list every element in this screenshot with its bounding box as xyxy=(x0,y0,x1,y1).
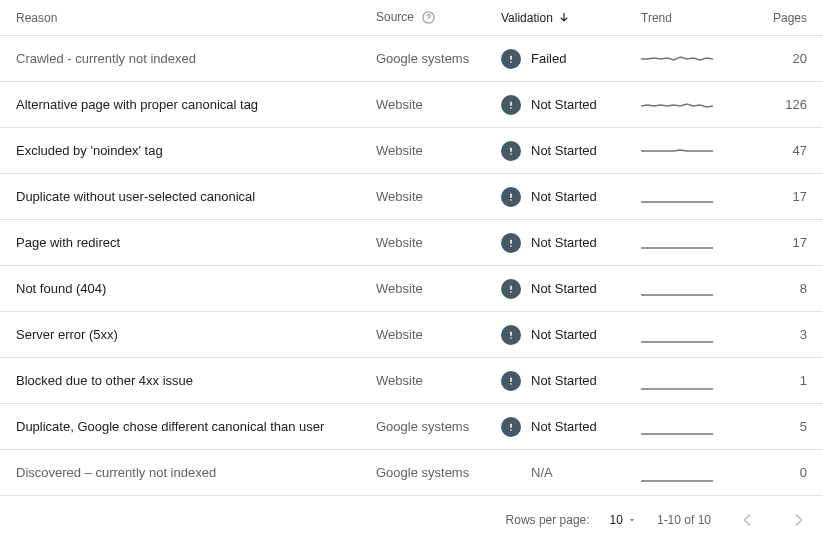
table-row[interactable]: Alternative page with proper canonical t… xyxy=(0,82,823,128)
table-header-row: Reason Source Validation Trend xyxy=(0,0,823,36)
column-header-pages-label: Pages xyxy=(773,11,807,25)
svg-point-11 xyxy=(510,245,512,247)
validation-status: Not Started xyxy=(531,373,597,388)
svg-rect-14 xyxy=(510,331,512,336)
cell-source: Google systems xyxy=(376,419,501,434)
validation-status: Not Started xyxy=(531,97,597,112)
cell-validation: Not Started xyxy=(501,95,641,115)
table-row[interactable]: Duplicate without user-selected canonica… xyxy=(0,174,823,220)
column-header-trend: Trend xyxy=(641,11,751,25)
sparkline xyxy=(641,463,713,483)
svg-rect-4 xyxy=(510,101,512,106)
cell-reason: Server error (5xx) xyxy=(4,327,376,342)
cell-trend xyxy=(641,463,751,483)
column-header-reason[interactable]: Reason xyxy=(4,11,376,25)
table-row[interactable]: Blocked due to other 4xx issueWebsiteNot… xyxy=(0,358,823,404)
cell-pages: 5 xyxy=(751,419,819,434)
table-footer: Rows per page: 10 1-10 of 10 xyxy=(0,496,823,536)
svg-rect-12 xyxy=(510,285,512,290)
column-header-reason-label: Reason xyxy=(16,11,57,25)
caret-down-icon xyxy=(627,515,637,525)
rows-per-page-select[interactable]: 10 xyxy=(610,513,637,527)
exclamation-icon xyxy=(501,417,521,437)
exclamation-icon xyxy=(501,325,521,345)
column-header-source-label: Source xyxy=(376,10,414,24)
cell-reason: Duplicate, Google chose different canoni… xyxy=(4,419,376,434)
chevron-right-icon xyxy=(789,510,809,530)
cell-source: Website xyxy=(376,235,501,250)
cell-pages: 1 xyxy=(751,373,819,388)
cell-trend xyxy=(641,95,751,115)
svg-point-5 xyxy=(510,107,512,109)
cell-reason: Duplicate without user-selected canonica… xyxy=(4,189,376,204)
sparkline xyxy=(641,325,713,345)
sparkline xyxy=(641,233,713,253)
cell-validation: Not Started xyxy=(501,279,641,299)
sparkline xyxy=(641,417,713,437)
svg-rect-8 xyxy=(510,193,512,198)
sparkline xyxy=(641,187,713,207)
svg-point-19 xyxy=(510,429,512,431)
cell-source: Website xyxy=(376,281,501,296)
cell-pages: 17 xyxy=(751,189,819,204)
validation-status: Not Started xyxy=(531,419,597,434)
chevron-left-icon xyxy=(737,510,757,530)
cell-pages: 3 xyxy=(751,327,819,342)
next-page-button[interactable] xyxy=(783,504,815,536)
validation-status: Not Started xyxy=(531,143,597,158)
cell-source: Website xyxy=(376,373,501,388)
svg-rect-6 xyxy=(510,147,512,152)
sparkline xyxy=(641,371,713,391)
cell-reason: Blocked due to other 4xx issue xyxy=(4,373,376,388)
table-row[interactable]: Page with redirectWebsiteNot Started17 xyxy=(0,220,823,266)
sparkline xyxy=(641,49,713,69)
cell-pages: 20 xyxy=(751,51,819,66)
validation-status: Not Started xyxy=(531,281,597,296)
cell-validation: Not Started xyxy=(501,417,641,437)
sparkline xyxy=(641,141,713,161)
table-row[interactable]: Crawled - currently not indexedGoogle sy… xyxy=(0,36,823,82)
sparkline xyxy=(641,279,713,299)
help-icon[interactable] xyxy=(421,10,436,25)
cell-trend xyxy=(641,417,751,437)
column-header-pages[interactable]: Pages xyxy=(751,11,819,25)
cell-reason: Crawled - currently not indexed xyxy=(4,51,376,66)
cell-pages: 126 xyxy=(751,97,819,112)
table-row[interactable]: Duplicate, Google chose different canoni… xyxy=(0,404,823,450)
svg-rect-18 xyxy=(510,423,512,428)
svg-rect-2 xyxy=(510,55,512,60)
cell-reason: Excluded by 'noindex' tag xyxy=(4,143,376,158)
cell-trend xyxy=(641,141,751,161)
exclamation-icon xyxy=(501,49,521,69)
pagination-range: 1-10 of 10 xyxy=(657,513,711,527)
table-row[interactable]: Server error (5xx)WebsiteNot Started3 xyxy=(0,312,823,358)
cell-pages: 8 xyxy=(751,281,819,296)
column-header-validation[interactable]: Validation xyxy=(501,11,641,25)
svg-point-1 xyxy=(429,20,430,21)
cell-validation: Not Started xyxy=(501,141,641,161)
column-header-source[interactable]: Source xyxy=(376,10,501,25)
prev-page-button[interactable] xyxy=(731,504,763,536)
cell-trend xyxy=(641,371,751,391)
cell-trend xyxy=(641,325,751,345)
validation-status: Not Started xyxy=(531,189,597,204)
cell-source: Website xyxy=(376,189,501,204)
svg-point-13 xyxy=(510,291,512,293)
svg-point-9 xyxy=(510,199,512,201)
exclamation-icon xyxy=(501,371,521,391)
index-coverage-table: Reason Source Validation Trend xyxy=(0,0,823,496)
cell-reason: Discovered – currently not indexed xyxy=(4,465,376,480)
cell-validation: Not Started xyxy=(501,187,641,207)
svg-rect-16 xyxy=(510,377,512,382)
cell-trend xyxy=(641,233,751,253)
table-row[interactable]: Discovered – currently not indexedGoogle… xyxy=(0,450,823,496)
cell-pages: 17 xyxy=(751,235,819,250)
cell-reason: Page with redirect xyxy=(4,235,376,250)
cell-source: Google systems xyxy=(376,51,501,66)
sparkline xyxy=(641,95,713,115)
validation-na: N/A xyxy=(501,465,553,480)
column-header-trend-label: Trend xyxy=(641,11,672,25)
cell-validation: Failed xyxy=(501,49,641,69)
table-row[interactable]: Not found (404)WebsiteNot Started8 xyxy=(0,266,823,312)
table-row[interactable]: Excluded by 'noindex' tagWebsiteNot Star… xyxy=(0,128,823,174)
